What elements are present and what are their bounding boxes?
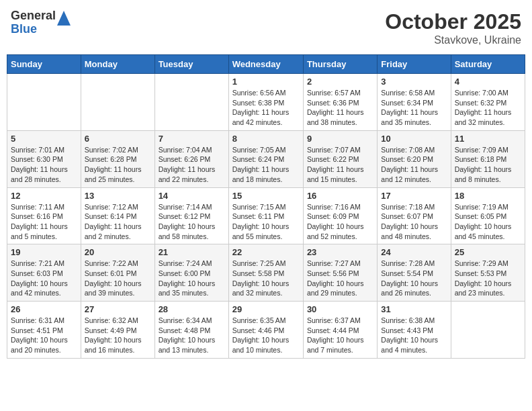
calendar-week-row: 19Sunrise: 7:21 AMSunset: 6:03 PMDayligh…: [7, 244, 525, 302]
day-number: 29: [232, 304, 300, 314]
calendar-table: SundayMondayTuesdayWednesdayThursdayFrid…: [7, 54, 525, 359]
day-number: 11: [455, 134, 521, 144]
day-of-week-header: Tuesday: [154, 55, 228, 74]
day-info: Sunrise: 6:32 AMSunset: 4:49 PMDaylight:…: [85, 316, 151, 355]
calendar-cell: 10Sunrise: 7:08 AMSunset: 6:20 PMDayligh…: [378, 130, 451, 187]
day-info: Sunrise: 7:05 AMSunset: 6:24 PMDaylight:…: [232, 145, 300, 185]
day-number: 19: [11, 247, 77, 257]
day-info: Sunrise: 7:24 AMSunset: 6:00 PMDaylight:…: [159, 259, 225, 298]
day-number: 26: [11, 304, 77, 314]
day-number: 1: [232, 77, 300, 87]
day-number: 27: [85, 304, 151, 314]
day-info: Sunrise: 7:22 AMSunset: 6:01 PMDaylight:…: [85, 259, 151, 298]
calendar-cell: 5Sunrise: 7:01 AMSunset: 6:30 PMDaylight…: [7, 130, 81, 187]
day-info: Sunrise: 7:12 AMSunset: 6:14 PMDaylight:…: [85, 202, 151, 242]
calendar-cell: 31Sunrise: 6:38 AMSunset: 4:43 PMDayligh…: [378, 302, 451, 359]
day-info: Sunrise: 6:38 AMSunset: 4:43 PMDaylight:…: [381, 316, 447, 355]
day-number: 12: [11, 191, 77, 201]
day-info: Sunrise: 7:29 AMSunset: 5:53 PMDaylight:…: [455, 259, 521, 298]
calendar-cell: 15Sunrise: 7:15 AMSunset: 6:11 PMDayligh…: [228, 187, 303, 244]
calendar-cell: [7, 74, 81, 131]
day-info: Sunrise: 6:35 AMSunset: 4:46 PMDaylight:…: [232, 316, 300, 355]
day-number: 15: [232, 191, 300, 201]
calendar-cell: 6Sunrise: 7:02 AMSunset: 6:28 PMDaylight…: [81, 130, 154, 187]
calendar-cell: [81, 74, 154, 131]
day-number: 14: [159, 191, 225, 201]
calendar-cell: 1Sunrise: 6:56 AMSunset: 6:38 PMDaylight…: [228, 74, 303, 131]
calendar-cell: 7Sunrise: 7:04 AMSunset: 6:26 PMDaylight…: [154, 130, 228, 187]
calendar-cell: 21Sunrise: 7:24 AMSunset: 6:00 PMDayligh…: [154, 244, 228, 302]
day-info: Sunrise: 7:16 AMSunset: 6:09 PMDaylight:…: [307, 202, 373, 242]
svg-marker-0: [57, 11, 71, 26]
calendar-cell: 26Sunrise: 6:31 AMSunset: 4:51 PMDayligh…: [7, 302, 81, 359]
calendar-cell: 28Sunrise: 6:34 AMSunset: 4:48 PMDayligh…: [154, 302, 228, 359]
day-number: 31: [381, 304, 447, 314]
calendar-cell: 19Sunrise: 7:21 AMSunset: 6:03 PMDayligh…: [7, 244, 81, 302]
day-info: Sunrise: 6:56 AMSunset: 6:38 PMDaylight:…: [232, 88, 300, 128]
day-info: Sunrise: 7:19 AMSunset: 6:05 PMDaylight:…: [455, 202, 521, 242]
day-number: 10: [381, 134, 447, 144]
logo-blue-text: Blue: [11, 23, 56, 36]
day-of-week-header: Saturday: [451, 55, 525, 74]
day-number: 3: [381, 77, 447, 87]
calendar-cell: 14Sunrise: 7:14 AMSunset: 6:12 PMDayligh…: [154, 187, 228, 244]
day-of-week-header: Monday: [81, 55, 154, 74]
day-info: Sunrise: 7:02 AMSunset: 6:28 PMDaylight:…: [85, 145, 151, 185]
calendar-cell: 9Sunrise: 7:07 AMSunset: 6:22 PMDaylight…: [303, 130, 377, 187]
calendar-cell: 2Sunrise: 6:57 AMSunset: 6:36 PMDaylight…: [303, 74, 377, 131]
day-number: 22: [232, 247, 300, 257]
calendar-week-row: 1Sunrise: 6:56 AMSunset: 6:38 PMDaylight…: [7, 74, 525, 131]
calendar-cell: 11Sunrise: 7:09 AMSunset: 6:18 PMDayligh…: [451, 130, 525, 187]
day-info: Sunrise: 7:18 AMSunset: 6:07 PMDaylight:…: [381, 202, 447, 242]
day-info: Sunrise: 7:00 AMSunset: 6:32 PMDaylight:…: [455, 88, 521, 128]
calendar-cell: 4Sunrise: 7:00 AMSunset: 6:32 PMDaylight…: [451, 74, 525, 131]
day-of-week-header: Sunday: [7, 55, 81, 74]
day-info: Sunrise: 7:01 AMSunset: 6:30 PMDaylight:…: [11, 145, 77, 185]
day-number: 8: [232, 134, 300, 144]
day-info: Sunrise: 7:25 AMSunset: 5:58 PMDaylight:…: [232, 259, 300, 298]
day-of-week-header: Wednesday: [228, 55, 303, 74]
calendar-cell: 30Sunrise: 6:37 AMSunset: 4:44 PMDayligh…: [303, 302, 377, 359]
day-number: 17: [381, 191, 447, 201]
calendar-cell: 22Sunrise: 7:25 AMSunset: 5:58 PMDayligh…: [228, 244, 303, 302]
day-number: 4: [455, 77, 521, 87]
day-info: Sunrise: 7:09 AMSunset: 6:18 PMDaylight:…: [455, 145, 521, 185]
day-number: 7: [159, 134, 225, 144]
logo: General Blue: [11, 9, 71, 36]
day-info: Sunrise: 6:57 AMSunset: 6:36 PMDaylight:…: [307, 88, 373, 128]
day-number: 5: [11, 134, 77, 144]
day-number: 23: [307, 247, 373, 257]
calendar-cell: 24Sunrise: 7:28 AMSunset: 5:54 PMDayligh…: [378, 244, 451, 302]
day-info: Sunrise: 7:27 AMSunset: 5:56 PMDaylight:…: [307, 259, 373, 298]
day-info: Sunrise: 7:28 AMSunset: 5:54 PMDaylight:…: [381, 259, 447, 298]
calendar-title: October 2025: [385, 9, 521, 34]
calendar-cell: 16Sunrise: 7:16 AMSunset: 6:09 PMDayligh…: [303, 187, 377, 244]
day-number: 6: [85, 134, 151, 144]
calendar-cell: 3Sunrise: 6:58 AMSunset: 6:34 PMDaylight…: [378, 74, 451, 131]
logo-general-text: General: [11, 9, 56, 23]
day-info: Sunrise: 7:21 AMSunset: 6:03 PMDaylight:…: [11, 259, 77, 298]
day-info: Sunrise: 6:58 AMSunset: 6:34 PMDaylight:…: [381, 88, 447, 128]
calendar-cell: 23Sunrise: 7:27 AMSunset: 5:56 PMDayligh…: [303, 244, 377, 302]
logo-icon: [57, 11, 71, 26]
day-info: Sunrise: 6:31 AMSunset: 4:51 PMDaylight:…: [11, 316, 77, 355]
calendar-location: Stavkove, Ukraine: [385, 34, 521, 46]
calendar-cell: 12Sunrise: 7:11 AMSunset: 6:16 PMDayligh…: [7, 187, 81, 244]
day-number: 20: [85, 247, 151, 257]
calendar-week-row: 5Sunrise: 7:01 AMSunset: 6:30 PMDaylight…: [7, 130, 525, 187]
day-info: Sunrise: 7:07 AMSunset: 6:22 PMDaylight:…: [307, 145, 373, 185]
day-number: 18: [455, 191, 521, 201]
day-number: 25: [455, 247, 521, 257]
calendar-cell: [154, 74, 228, 131]
calendar-cell: [451, 302, 525, 359]
calendar-week-row: 26Sunrise: 6:31 AMSunset: 4:51 PMDayligh…: [7, 302, 525, 359]
day-number: 24: [381, 247, 447, 257]
day-info: Sunrise: 7:14 AMSunset: 6:12 PMDaylight:…: [159, 202, 225, 242]
calendar-cell: 29Sunrise: 6:35 AMSunset: 4:46 PMDayligh…: [228, 302, 303, 359]
day-number: 21: [159, 247, 225, 257]
day-of-week-header: Thursday: [303, 55, 377, 74]
day-of-week-header: Friday: [378, 55, 451, 74]
day-info: Sunrise: 6:37 AMSunset: 4:44 PMDaylight:…: [307, 316, 373, 355]
day-info: Sunrise: 6:34 AMSunset: 4:48 PMDaylight:…: [159, 316, 225, 355]
calendar-cell: 27Sunrise: 6:32 AMSunset: 4:49 PMDayligh…: [81, 302, 154, 359]
